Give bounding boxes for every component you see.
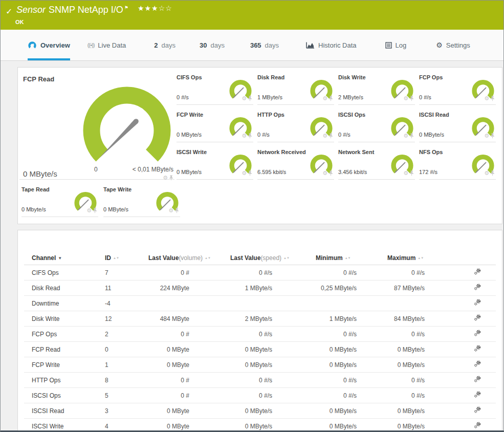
- gauge-tile-value: 0 #/s: [177, 94, 189, 100]
- channel-settings-icon[interactable]: [474, 406, 481, 416]
- main-gauge-value: 0 MByte/s: [23, 169, 57, 178]
- cell-channel: Disk Write: [32, 315, 105, 322]
- tab-historic-data[interactable]: Historic Data: [306, 30, 356, 60]
- gauge-tile-label: ISCSI Read: [419, 112, 449, 118]
- cell-maximum: 0 #/s: [387, 269, 464, 276]
- channel-settings-icon[interactable]: [474, 268, 481, 277]
- tab-2-days[interactable]: 2 days: [154, 30, 176, 60]
- table-header-row: Channel▼ ID▲▼ Last Value(volume)▲▼ Last …: [24, 251, 496, 265]
- cell-last-value-speed: 0 MByte/s: [230, 361, 316, 369]
- channel-settings-icon[interactable]: [474, 360, 481, 370]
- gear-icon[interactable]: ⚙: [322, 133, 327, 139]
- cell-last-value-volume: 0 MByte: [148, 361, 230, 369]
- pin-icon[interactable]: [409, 133, 414, 139]
- gear-icon[interactable]: ⚙: [322, 170, 327, 176]
- pin-icon[interactable]: [248, 133, 252, 139]
- gauge-tile-value: 0 MByte/s: [177, 169, 202, 175]
- pin-icon[interactable]: [328, 96, 333, 101]
- table-row: ISCSI Write 4 0 MByte 0 MByte/s 0 MByte/…: [24, 419, 496, 432]
- gear-icon: ⚙: [436, 41, 443, 49]
- gear-icon[interactable]: ⚙: [403, 133, 408, 139]
- gear-icon[interactable]: ⚙: [484, 95, 489, 101]
- gauge-tile-value: 0 #/s: [338, 132, 350, 138]
- table-row: ISCSI Ops 5 0 # 0 #/s 0 #/s 0 #/s: [24, 388, 496, 403]
- channel-settings-icon[interactable]: [474, 391, 481, 400]
- cell-id: 5: [105, 392, 148, 399]
- tab-live-data[interactable]: ((•)) Live Data: [87, 30, 126, 60]
- cell-minimum: 0 #/s: [316, 392, 387, 399]
- channel-settings-icon[interactable]: [474, 329, 481, 339]
- pin-icon[interactable]: [93, 208, 97, 213]
- log-icon: [385, 42, 392, 49]
- gauge-tile: ISCSI Read 0 MByte/s ⚙: [419, 110, 496, 142]
- sort-desc-icon: ▼: [58, 256, 62, 261]
- cell-last-value-volume: 0 #: [148, 331, 230, 338]
- pin-icon[interactable]: [409, 170, 414, 176]
- gear-icon[interactable]: ⚙: [242, 170, 247, 176]
- gear-icon[interactable]: ⚙: [242, 133, 247, 139]
- pin-icon[interactable]: [328, 170, 333, 176]
- gauge-tile: ISCSI Write 0 MByte/s ⚙: [177, 147, 253, 180]
- sensor-name: SNMP NetApp I/O: [49, 5, 123, 15]
- pin-icon[interactable]: [490, 96, 495, 101]
- gear-icon[interactable]: ⚙: [168, 207, 173, 213]
- gear-icon[interactable]: ⚙: [484, 170, 489, 176]
- col-id[interactable]: ID▲▼: [105, 254, 148, 262]
- gauge-tile-label: HTTP Ops: [257, 112, 284, 118]
- gauge-tile-label: Disk Read: [257, 74, 284, 80]
- gear-icon[interactable]: ⚙: [484, 133, 489, 139]
- pin-icon[interactable]: [174, 208, 179, 213]
- table-row: Downtime -4: [24, 296, 496, 311]
- col-maximum[interactable]: Maximum▲▼: [387, 254, 464, 262]
- gear-icon[interactable]: ⚙: [242, 95, 247, 101]
- cell-channel: Disk Read: [32, 285, 105, 292]
- gauge-tile-value: 2 MByte/s: [338, 94, 363, 100]
- gear-icon[interactable]: ⚙: [322, 95, 327, 101]
- pin-icon[interactable]: [328, 133, 333, 139]
- gear-icon[interactable]: ⚙: [403, 170, 408, 176]
- cell-last-value-volume: 484 MByte: [148, 315, 230, 322]
- cell-minimum: 0 MByte/s: [316, 423, 387, 430]
- tab-log[interactable]: Log: [385, 30, 407, 60]
- pin-icon[interactable]: [409, 96, 414, 101]
- cell-channel: Downtime: [32, 300, 105, 307]
- tab-30-days[interactable]: 30 days: [200, 30, 225, 60]
- gauge-tile: Tape Write 0 MByte/s ⚙: [103, 184, 180, 217]
- tab-settings[interactable]: ⚙ Settings: [436, 30, 470, 60]
- gauge-tile: Network Received 6.595 kbit/s ⚙: [257, 147, 334, 180]
- channel-settings-icon[interactable]: [474, 298, 481, 308]
- gauge-tile-label: Network Sent: [338, 149, 374, 155]
- tab-label: Settings: [446, 41, 470, 49]
- channel-settings-icon[interactable]: [474, 314, 481, 323]
- channel-settings-icon[interactable]: [474, 421, 481, 431]
- gear-icon[interactable]: ⚙: [86, 207, 92, 213]
- cell-last-value-speed: 0 MByte/s: [230, 423, 316, 430]
- pin-icon[interactable]: [490, 133, 495, 139]
- col-last-value-volume[interactable]: Last Value(volume)▲▼: [148, 254, 230, 262]
- channel-settings-icon[interactable]: [474, 283, 481, 293]
- cell-id: -4: [105, 300, 148, 307]
- tab-365-days[interactable]: 365 days: [250, 30, 279, 60]
- table-row: Disk Read 11 224 MByte 1 MByte/s 0,25 MB…: [24, 280, 496, 296]
- tab-label: Live Data: [98, 41, 126, 49]
- cell-channel: ISCSI Write: [32, 423, 105, 430]
- cell-maximum: 0 MByte/s: [387, 361, 464, 369]
- cell-id: 3: [105, 407, 148, 415]
- channel-settings-icon[interactable]: [474, 344, 481, 354]
- col-minimum[interactable]: Minimum▲▼: [316, 254, 387, 262]
- priority-stars[interactable]: ★★★☆☆: [138, 4, 172, 12]
- pin-icon[interactable]: [490, 170, 495, 176]
- gear-icon[interactable]: ⚙: [403, 95, 408, 101]
- gear-icon[interactable]: ⚙: [163, 175, 168, 181]
- flag-icon[interactable]: ⚑: [124, 5, 128, 10]
- tab-overview[interactable]: Overview: [28, 30, 70, 60]
- cell-minimum: 0 MByte/s: [316, 346, 387, 353]
- cell-id: 0: [105, 346, 148, 353]
- channel-settings-icon[interactable]: [474, 375, 481, 385]
- col-last-value-speed[interactable]: Last Value(speed)▲▼: [230, 254, 316, 262]
- cell-last-value-speed: 0 #/s: [230, 392, 316, 399]
- pin-icon[interactable]: [248, 170, 252, 176]
- pin-icon[interactable]: [169, 175, 173, 181]
- col-channel[interactable]: Channel▼: [32, 254, 105, 262]
- pin-icon[interactable]: [248, 96, 252, 101]
